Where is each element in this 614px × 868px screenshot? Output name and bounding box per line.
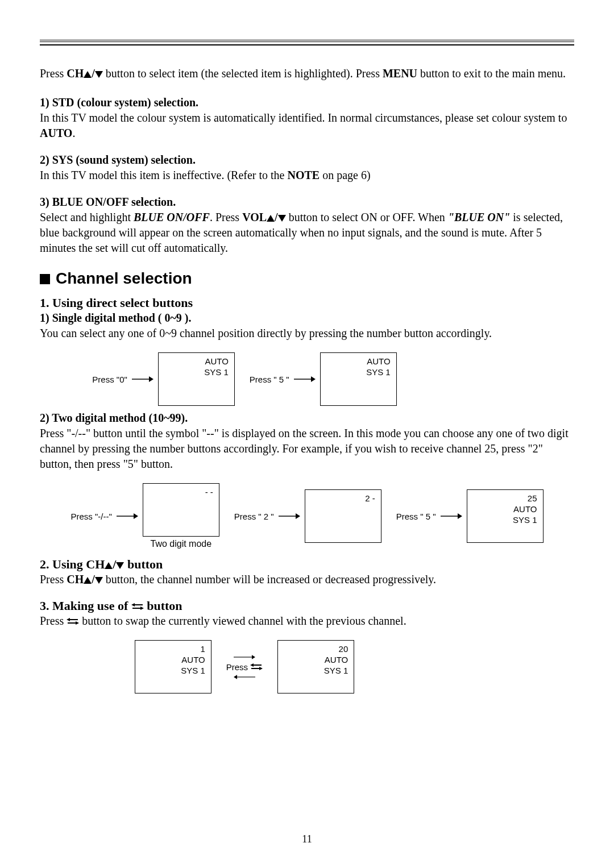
text: Press — [40, 67, 67, 80]
screen-line: 1 — [141, 644, 205, 655]
screen-line: 25 — [473, 493, 537, 504]
subhead-using-ch: 2. Using CH/ button — [40, 557, 574, 572]
tv-screen: 2 - — [305, 489, 381, 543]
step-label: Press — [226, 662, 263, 672]
diagram-step: Press — [226, 653, 263, 681]
screen-line: SYS 1 — [141, 666, 205, 676]
tv-screen: 25 AUTO SYS 1 — [467, 489, 544, 543]
arrow-right-icon — [234, 653, 255, 661]
text: button to exit to the main menu. — [417, 67, 566, 80]
diagram-step: Press "-/--" - - Two digit mode — [71, 483, 219, 549]
text: button to select ON or OFF. When — [286, 211, 448, 223]
step-label: Press " 5 " — [250, 375, 289, 384]
triangle-up-icon — [105, 562, 113, 569]
triangle-down-icon — [278, 215, 286, 222]
screen-line: SYS 1 — [164, 367, 229, 378]
section-sys: 2) SYS (sound system) selection. In this… — [40, 152, 574, 183]
swap-icon — [67, 617, 79, 625]
arrow-right-icon — [117, 512, 138, 520]
svg-marker-11 — [131, 603, 135, 607]
svg-marker-21 — [250, 663, 254, 667]
title-text: Channel selection — [56, 269, 192, 287]
text: button — [124, 557, 163, 571]
tv-screen: 20 AUTO SYS 1 — [277, 640, 354, 693]
section-std: 1) STD (colour system) selection. In thi… — [40, 95, 574, 141]
bold-text: CH — [67, 573, 84, 585]
tv-screen: - - — [143, 483, 219, 537]
document-page: Press CH/ button to select item (the sel… — [0, 0, 614, 868]
bold-text: VOL — [242, 211, 267, 223]
text: button to select item (the selected item… — [103, 67, 383, 80]
svg-marker-1 — [149, 376, 154, 382]
svg-marker-19 — [252, 655, 255, 659]
arrow-right-icon — [294, 375, 316, 383]
svg-marker-7 — [296, 513, 300, 519]
section-heading: 3) BLUE ON/OFF selection. — [40, 194, 574, 210]
swap-text: Press button to swap the currently viewe… — [40, 613, 574, 629]
tv-screen: AUTO SYS 1 — [320, 352, 397, 406]
screen-line: SYS 1 — [473, 515, 537, 526]
text: button to swap the currently viewed chan… — [82, 614, 406, 627]
svg-marker-25 — [234, 675, 237, 679]
text: Select and highlight — [40, 211, 134, 223]
svg-marker-17 — [76, 621, 79, 625]
screen-line: AUTO — [326, 356, 391, 367]
tv-screen: 1 AUTO SYS 1 — [135, 640, 211, 693]
step-label: Press " 2 " — [234, 512, 274, 521]
text: Press — [40, 614, 67, 627]
triangle-down-icon — [95, 71, 103, 78]
text: In this TV model the colour system is au… — [40, 111, 567, 124]
bold-italic: BLUE ON/OFF — [134, 211, 210, 223]
section-heading: 1) STD (colour system) selection. — [40, 95, 574, 110]
svg-marker-9 — [458, 513, 462, 519]
bold-text: MENU — [383, 67, 417, 80]
diagram-step: Press " 5 " AUTO SYS 1 — [250, 352, 397, 406]
double-rule — [40, 40, 574, 45]
method-two-digit: 2) Two digital method (10~99). Press "-/… — [40, 410, 574, 472]
method-heading: 2) Two digital method (10~99). — [40, 410, 574, 426]
text: Press — [226, 662, 251, 672]
triangle-down-icon — [116, 562, 124, 569]
screen-line: 20 — [284, 644, 348, 655]
page-number: 11 — [0, 833, 614, 845]
text: 3. Making use of — [40, 599, 131, 613]
arrow-right-icon — [132, 375, 154, 383]
screen-line: AUTO — [284, 655, 348, 666]
arrow-right-icon — [279, 512, 300, 520]
text: . — [72, 127, 75, 139]
diagram-step: Press " 5 " 25 AUTO SYS 1 — [396, 489, 544, 543]
tv-with-caption: - - Two digit mode — [143, 483, 219, 549]
screen-line: AUTO — [141, 655, 205, 666]
text: You can select any one of 0~9 channel po… — [40, 327, 492, 339]
diagram-step: Press "0" AUTO SYS 1 — [92, 352, 235, 406]
step-label: Press " 5 " — [396, 512, 436, 521]
svg-marker-3 — [311, 376, 316, 382]
triangle-down-icon — [95, 577, 103, 584]
svg-marker-23 — [259, 667, 263, 670]
bold-text: NOTE — [287, 169, 320, 181]
svg-marker-5 — [134, 513, 138, 519]
method-single-digit: 1) Single digital method ( 0~9 ). You ca… — [40, 310, 574, 341]
diagram-step: Press " 2 " 2 - — [234, 489, 381, 543]
step-label: Press "0" — [92, 375, 127, 384]
intro-paragraph: Press CH/ button to select item (the sel… — [40, 66, 574, 81]
diagram-two-digit: Press "-/--" - - Two digit mode Press " … — [40, 483, 574, 549]
screen-line: 2 - — [311, 493, 375, 504]
screen-line: AUTO — [473, 504, 537, 515]
screen-caption: Two digit mode — [143, 539, 219, 549]
subhead-making-use-swap: 3. Making use of button — [40, 599, 574, 613]
step-label: Press "-/--" — [71, 512, 112, 521]
swap-icon — [250, 663, 263, 671]
text: Press — [40, 573, 67, 585]
diagram-single-digit: Press "0" AUTO SYS 1 Press " 5 " AUTO SY… — [40, 352, 574, 406]
diagram-swap: 1 AUTO SYS 1 Press 20 AUT — [40, 640, 574, 693]
text: . Press — [210, 211, 242, 223]
tv-screen: AUTO SYS 1 — [158, 352, 235, 406]
channel-selection-title: Channel selection — [40, 269, 574, 288]
svg-marker-15 — [67, 618, 70, 621]
screen-line: SYS 1 — [284, 666, 348, 676]
screen-line: - - — [149, 487, 213, 498]
bullet-square-icon — [40, 274, 50, 284]
subhead-direct-select: 1. Using direct select buttons — [40, 296, 574, 310]
svg-marker-13 — [140, 607, 144, 610]
